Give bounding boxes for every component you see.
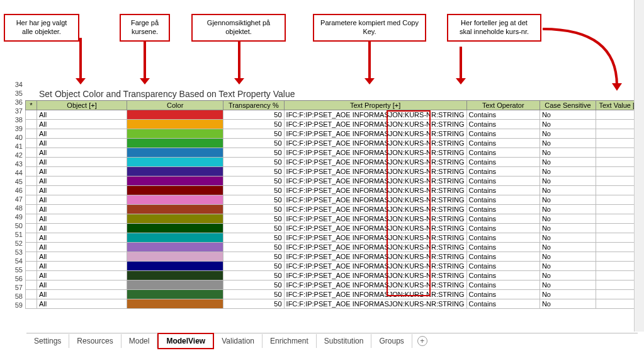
- cell-text-operator[interactable]: Contains: [466, 281, 539, 290]
- table-row[interactable]: All50IFC:F:IP:PSET_AOE INFORMASJON:KURS-…: [26, 299, 644, 309]
- cell-case-sensitive[interactable]: No: [539, 205, 596, 214]
- cell-color[interactable]: [127, 290, 223, 299]
- cell-case-sensitive[interactable]: No: [539, 110, 596, 120]
- cell-text-property[interactable]: IFC:F:IP:PSET_AOE INFORMASJON:KURS-NR:ST…: [284, 281, 466, 290]
- cell-transparency[interactable]: 50: [223, 233, 284, 243]
- cell-transparency[interactable]: 50: [223, 205, 284, 214]
- table-row[interactable]: All50IFC:F:IP:PSET_AOE INFORMASJON:KURS-…: [26, 158, 644, 167]
- table-row[interactable]: All50IFC:F:IP:PSET_AOE INFORMASJON:KURS-…: [26, 224, 644, 233]
- cell-object[interactable]: All: [37, 148, 127, 158]
- cell-transparency[interactable]: 50: [223, 167, 284, 176]
- header-text-property[interactable]: Text Property [+]: [284, 101, 466, 110]
- table-row[interactable]: All50IFC:F:IP:PSET_AOE INFORMASJON:KURS-…: [26, 176, 644, 186]
- cell-case-sensitive[interactable]: No: [539, 139, 596, 148]
- cell-case-sensitive[interactable]: No: [539, 271, 596, 281]
- cell-case-sensitive[interactable]: No: [539, 158, 596, 167]
- cell-color[interactable]: [127, 158, 223, 167]
- header-case-sensitive[interactable]: Case Sensitive: [539, 101, 596, 110]
- cell-text-operator[interactable]: Contains: [466, 110, 539, 120]
- cell-text-property[interactable]: IFC:F:IP:PSET_AOE INFORMASJON:KURS-NR:ST…: [284, 139, 466, 148]
- cell-text-property[interactable]: IFC:F:IP:PSET_AOE INFORMASJON:KURS-NR:ST…: [284, 158, 466, 167]
- cell-transparency[interactable]: 50: [223, 290, 284, 299]
- cell-color[interactable]: [127, 252, 223, 262]
- cell-object[interactable]: All: [37, 167, 127, 176]
- cell-text-property[interactable]: IFC:F:IP:PSET_AOE INFORMASJON:KURS-NR:ST…: [284, 148, 466, 158]
- cell-case-sensitive[interactable]: No: [539, 195, 596, 205]
- cell-color[interactable]: [127, 120, 223, 129]
- color-rule-table[interactable]: * Object [+] Color Transparency % Text P…: [25, 100, 644, 309]
- tab-resources[interactable]: Resources: [69, 334, 121, 348]
- cell-color[interactable]: [127, 167, 223, 176]
- table-row[interactable]: All50IFC:F:IP:PSET_AOE INFORMASJON:KURS-…: [26, 290, 644, 299]
- table-row[interactable]: All50IFC:F:IP:PSET_AOE INFORMASJON:KURS-…: [26, 195, 644, 205]
- cell-text-property[interactable]: IFC:F:IP:PSET_AOE INFORMASJON:KURS-NR:ST…: [284, 243, 466, 252]
- table-row[interactable]: All50IFC:F:IP:PSET_AOE INFORMASJON:KURS-…: [26, 243, 644, 252]
- cell-object[interactable]: All: [37, 195, 127, 205]
- cell-text-property[interactable]: IFC:F:IP:PSET_AOE INFORMASJON:KURS-NR:ST…: [284, 299, 466, 309]
- cell-object[interactable]: All: [37, 158, 127, 167]
- cell-object[interactable]: All: [37, 214, 127, 224]
- cell-object[interactable]: All: [37, 290, 127, 299]
- cell-color[interactable]: [127, 233, 223, 243]
- cell-color[interactable]: [127, 224, 223, 233]
- cell-object[interactable]: All: [37, 224, 127, 233]
- cell-text-operator[interactable]: Contains: [466, 252, 539, 262]
- cell-color[interactable]: [127, 139, 223, 148]
- cell-transparency[interactable]: 50: [223, 252, 284, 262]
- cell-transparency[interactable]: 50: [223, 186, 284, 195]
- cell-color[interactable]: [127, 148, 223, 158]
- cell-text-property[interactable]: IFC:F:IP:PSET_AOE INFORMASJON:KURS-NR:ST…: [284, 110, 466, 120]
- table-row[interactable]: All50IFC:F:IP:PSET_AOE INFORMASJON:KURS-…: [26, 167, 644, 176]
- cell-transparency[interactable]: 50: [223, 139, 284, 148]
- table-row[interactable]: All50IFC:F:IP:PSET_AOE INFORMASJON:KURS-…: [26, 186, 644, 195]
- cell-color[interactable]: [127, 195, 223, 205]
- cell-object[interactable]: All: [37, 186, 127, 195]
- cell-text-operator[interactable]: Contains: [466, 224, 539, 233]
- cell-object[interactable]: All: [37, 252, 127, 262]
- cell-text-operator[interactable]: Contains: [466, 195, 539, 205]
- cell-text-operator[interactable]: Contains: [466, 120, 539, 129]
- cell-text-operator[interactable]: Contains: [466, 214, 539, 224]
- cell-transparency[interactable]: 50: [223, 158, 284, 167]
- cell-text-operator[interactable]: Contains: [466, 243, 539, 252]
- cell-case-sensitive[interactable]: No: [539, 224, 596, 233]
- cell-color[interactable]: [127, 243, 223, 252]
- cell-text-property[interactable]: IFC:F:IP:PSET_AOE INFORMASJON:KURS-NR:ST…: [284, 129, 466, 139]
- header-text-operator[interactable]: Text Operator: [466, 101, 539, 110]
- cell-transparency[interactable]: 50: [223, 214, 284, 224]
- cell-object[interactable]: All: [37, 233, 127, 243]
- cell-text-operator[interactable]: Contains: [466, 148, 539, 158]
- cell-case-sensitive[interactable]: No: [539, 233, 596, 243]
- cell-color[interactable]: [127, 262, 223, 271]
- cell-text-operator[interactable]: Contains: [466, 186, 539, 195]
- cell-text-property[interactable]: IFC:F:IP:PSET_AOE INFORMASJON:KURS-NR:ST…: [284, 176, 466, 186]
- table-row[interactable]: All50IFC:F:IP:PSET_AOE INFORMASJON:KURS-…: [26, 139, 644, 148]
- cell-transparency[interactable]: 50: [223, 243, 284, 252]
- cell-object[interactable]: All: [37, 139, 127, 148]
- table-row[interactable]: All50IFC:F:IP:PSET_AOE INFORMASJON:KURS-…: [26, 262, 644, 271]
- table-row[interactable]: All50IFC:F:IP:PSET_AOE INFORMASJON:KURS-…: [26, 129, 644, 139]
- tab-model[interactable]: Model: [121, 334, 158, 348]
- cell-text-property[interactable]: IFC:F:IP:PSET_AOE INFORMASJON:KURS-NR:ST…: [284, 290, 466, 299]
- cell-transparency[interactable]: 50: [223, 281, 284, 290]
- cell-color[interactable]: [127, 186, 223, 195]
- cell-color[interactable]: [127, 214, 223, 224]
- cell-case-sensitive[interactable]: No: [539, 129, 596, 139]
- cell-case-sensitive[interactable]: No: [539, 281, 596, 290]
- cell-case-sensitive[interactable]: No: [539, 252, 596, 262]
- cell-text-property[interactable]: IFC:F:IP:PSET_AOE INFORMASJON:KURS-NR:ST…: [284, 167, 466, 176]
- cell-text-property[interactable]: IFC:F:IP:PSET_AOE INFORMASJON:KURS-NR:ST…: [284, 120, 466, 129]
- cell-object[interactable]: All: [37, 110, 127, 120]
- cell-text-operator[interactable]: Contains: [466, 158, 539, 167]
- cell-case-sensitive[interactable]: No: [539, 299, 596, 309]
- cell-text-property[interactable]: IFC:F:IP:PSET_AOE INFORMASJON:KURS-NR:ST…: [284, 205, 466, 214]
- cell-object[interactable]: All: [37, 176, 127, 186]
- cell-object[interactable]: All: [37, 120, 127, 129]
- tab-substitution[interactable]: Substitution: [317, 334, 372, 348]
- table-row[interactable]: All50IFC:F:IP:PSET_AOE INFORMASJON:KURS-…: [26, 281, 644, 290]
- cell-case-sensitive[interactable]: No: [539, 186, 596, 195]
- cell-object[interactable]: All: [37, 299, 127, 309]
- cell-case-sensitive[interactable]: No: [539, 214, 596, 224]
- cell-transparency[interactable]: 50: [223, 120, 284, 129]
- cell-case-sensitive[interactable]: No: [539, 167, 596, 176]
